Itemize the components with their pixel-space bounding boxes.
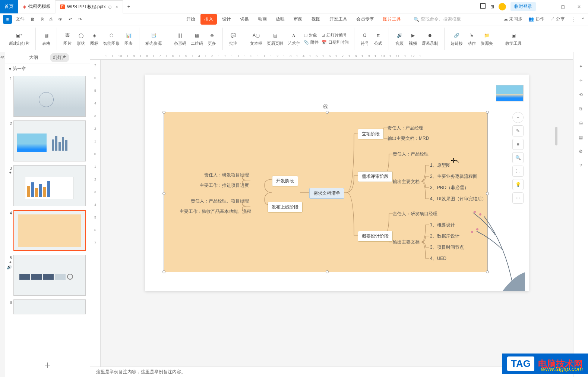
rail-magic-icon[interactable]: ✧ xyxy=(577,77,585,84)
attachment-button[interactable]: 📎 附件 xyxy=(302,39,320,45)
picture-button[interactable]: 🖼图片 xyxy=(61,30,74,47)
action-button[interactable]: 🖱动作 xyxy=(465,30,478,47)
datetime-button[interactable]: 📅 日期和时间 xyxy=(320,39,350,45)
redo-icon[interactable]: ↷ xyxy=(76,15,84,23)
login-button[interactable]: 临时登录 xyxy=(510,2,536,11)
menu-tab-animation[interactable]: 动画 xyxy=(254,14,271,25)
layers-button[interactable]: ≡ xyxy=(512,139,524,150)
rail-help-icon[interactable]: ? xyxy=(577,162,585,169)
mindmap-image[interactable]: ⟲ xyxy=(164,112,488,272)
close-icon[interactable]: × xyxy=(116,4,118,10)
rail-nav-icon[interactable]: ◎ xyxy=(577,119,585,127)
slide-thumb-1[interactable] xyxy=(13,76,86,117)
minimize-icon[interactable]: — xyxy=(540,1,552,13)
hyperlink-button[interactable]: 🔗超链接 xyxy=(448,30,465,47)
menu-tab-view[interactable]: 视图 xyxy=(308,14,324,25)
docer-resource-button[interactable]: 📑稻壳资源 xyxy=(143,30,164,47)
maximize-icon[interactable]: ▢ xyxy=(557,1,569,13)
scrollbar[interactable] xyxy=(555,127,557,145)
rail-list-icon[interactable]: ▤ xyxy=(577,133,585,141)
tab-home[interactable]: 首页 xyxy=(0,0,18,13)
layout-icon[interactable] xyxy=(480,3,486,10)
rotate-handle[interactable]: ⟲ xyxy=(323,104,328,109)
table-button[interactable]: ▦表格 xyxy=(39,30,53,47)
more-options-button[interactable]: ⋯ xyxy=(512,192,524,204)
menu-tab-slideshow[interactable]: 放映 xyxy=(272,14,288,25)
rail-text-icon[interactable]: ⟲ xyxy=(577,91,585,98)
edit-image-button[interactable]: ✎ xyxy=(512,125,524,136)
qrcode-button[interactable]: ▩二维码 xyxy=(189,30,205,47)
new-icon[interactable]: ⎘ xyxy=(39,15,46,23)
grid-icon[interactable]: ⊞ xyxy=(490,4,494,9)
header-footer-button[interactable]: ▤页眉页脚 xyxy=(265,30,285,47)
save-icon[interactable]: 🗎 xyxy=(28,15,37,23)
icon-button[interactable]: ◈图标 xyxy=(88,30,101,47)
slide-number-button[interactable]: ⊡ 幻灯片编号 xyxy=(320,32,350,38)
collapse-ribbon-icon[interactable]: ⌃ xyxy=(581,17,585,22)
menu-tab-review[interactable]: 审阅 xyxy=(290,14,306,25)
audio-button[interactable]: 🔊音频 xyxy=(393,30,406,47)
menu-tab-start[interactable]: 开始 xyxy=(183,14,199,25)
shape-button[interactable]: ◯形状 xyxy=(74,30,88,47)
comment-button[interactable]: 💬批注 xyxy=(227,30,240,47)
more-icon[interactable]: ⋮ xyxy=(571,17,575,22)
crop-button[interactable]: ⛶ xyxy=(512,166,524,177)
zoom-button[interactable]: 🔍 xyxy=(512,152,524,163)
menu-tab-pictools[interactable]: 图片工具 xyxy=(379,14,405,25)
print-icon[interactable]: ⎙ xyxy=(47,15,54,23)
command-search[interactable]: 🔍 查找命令、搜索模板 xyxy=(414,16,461,22)
add-slide-button[interactable]: + xyxy=(5,353,90,377)
titlebar: 首页 ◈找稻壳模板 P WPS PPT教程.pptx ⊙ × + ⊞ 临时登录 … xyxy=(0,0,588,13)
menu-tab-vip[interactable]: 会员专享 xyxy=(353,14,378,25)
rail-copy-icon[interactable]: ⧉ xyxy=(577,105,585,113)
resource-button[interactable]: 📁资源夹 xyxy=(478,30,495,47)
equation-button[interactable]: π公式 xyxy=(372,30,385,47)
file-menu[interactable]: 文件 xyxy=(13,15,27,24)
teaching-tools-button[interactable]: ▣教学工具 xyxy=(503,30,524,47)
preview-icon[interactable]: 👁 xyxy=(56,15,65,23)
chapter-header[interactable]: ▾ 第一章 xyxy=(5,63,90,74)
add-tab-button[interactable]: + xyxy=(123,4,135,9)
unsync-button[interactable]: ☁ 未同步 xyxy=(503,16,522,22)
collab-button[interactable]: 👥 协作 xyxy=(528,16,544,22)
rail-settings-icon[interactable]: ⚙ xyxy=(577,148,585,155)
pin-icon[interactable]: ⊙ xyxy=(108,4,112,10)
menu-tab-design[interactable]: 设计 xyxy=(218,14,235,25)
chart-button[interactable]: 📊图表 xyxy=(122,30,135,47)
undo-icon[interactable]: ↶ xyxy=(66,15,75,23)
app-menu-icon[interactable]: ≡ xyxy=(3,15,12,24)
slide-thumb-3[interactable] xyxy=(13,165,86,206)
ruler-vertical: 765432101234567 xyxy=(90,60,101,367)
outline-tab[interactable]: 大纲 xyxy=(26,53,41,62)
menu-tab-developer[interactable]: 开发工具 xyxy=(326,14,351,25)
video-button[interactable]: ▶视频 xyxy=(406,30,420,47)
textbox-button[interactable]: A▢文本框 xyxy=(248,30,265,47)
rail-design-icon[interactable]: ✦ xyxy=(577,63,585,70)
idea-button[interactable]: 💡 xyxy=(512,179,524,190)
notes-pane[interactable]: 这里是举例备注内容，这里是举例备注内容。 xyxy=(90,367,573,377)
beach-image[interactable] xyxy=(496,85,524,101)
collapse-panel-icon[interactable]: ≪ xyxy=(0,52,5,377)
object-button[interactable]: ▢ 对象 xyxy=(302,32,320,38)
slides-tab[interactable]: 幻灯片 xyxy=(50,53,69,62)
slide-thumb-4[interactable] xyxy=(13,210,86,251)
tab-file[interactable]: P WPS PPT教程.pptx ⊙ × xyxy=(56,0,123,13)
slide-thumb-2[interactable] xyxy=(13,120,86,161)
close-window-icon[interactable]: ✕ xyxy=(573,1,585,13)
minus-button[interactable]: − xyxy=(512,112,524,123)
slide-thumb-5[interactable] xyxy=(13,255,86,296)
slide-canvas[interactable]: ⟲ xyxy=(101,60,573,367)
menu-tab-insert[interactable]: 插入 xyxy=(200,14,217,25)
slide-thumb-6[interactable] xyxy=(13,299,86,314)
smartart-button[interactable]: ⬡智能图形 xyxy=(101,30,122,47)
screenrec-button[interactable]: ⏺屏幕录制 xyxy=(420,30,440,47)
barcode-button[interactable]: ∥∥条形码 xyxy=(172,30,189,47)
wordart-button[interactable]: 𝐀艺术字 xyxy=(285,30,302,47)
new-slide-button[interactable]: ▣⁺新建幻灯片 xyxy=(7,30,32,47)
more-button[interactable]: ⊕更多 xyxy=(205,30,219,47)
symbol-button[interactable]: Ω符号 xyxy=(358,30,372,47)
tab-docer[interactable]: ◈找稻壳模板 xyxy=(18,0,56,13)
avatar[interactable] xyxy=(499,3,506,10)
menu-tab-transition[interactable]: 切换 xyxy=(236,14,253,25)
share-button[interactable]: ↗ 分享 xyxy=(550,16,565,22)
